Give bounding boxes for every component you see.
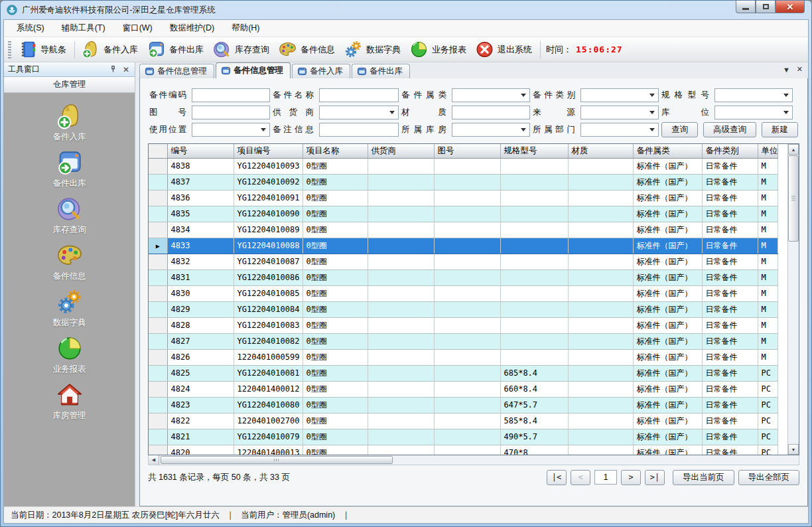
chevron-down-icon[interactable] [647, 107, 657, 118]
export-current-page-button[interactable]: 导出当前页 [673, 470, 734, 485]
scroll-up-icon[interactable]: ▲ [788, 144, 799, 155]
pin-icon[interactable] [108, 65, 117, 74]
table-row[interactable]: 4830YG122040100850型圈标准件（国产）日常备件M [149, 285, 778, 301]
toolbar-button-parts-info[interactable]: 备件信息 [275, 38, 340, 60]
remark-input[interactable] [319, 123, 399, 137]
vertical-scrollbar[interactable]: ▲ ▼ [787, 144, 799, 455]
chevron-down-icon[interactable] [647, 90, 657, 101]
chevron-down-icon[interactable] [518, 124, 529, 135]
department-select[interactable] [580, 123, 659, 137]
sidebar-item-business-report[interactable]: 业务报表 [53, 335, 86, 375]
table-row[interactable]: 482212204010027000型圈585*8.4标准件（国产）日常备件PC [149, 413, 778, 429]
horizontal-scrollbar[interactable]: ◀ [148, 455, 799, 465]
minimize-button[interactable] [736, 1, 756, 13]
table-row[interactable]: ▶4833YG122040100880型圈标准件（国产）日常备件M [149, 238, 778, 254]
table-row[interactable]: 4832YG122040100870型圈标准件（国产）日常备件M [149, 254, 778, 269]
column-header-2[interactable]: 项目名称 [303, 144, 368, 158]
toolbar-button-parts-outbound[interactable]: 备件出库 [143, 38, 209, 60]
supplier-select[interactable] [319, 106, 399, 119]
chevron-down-icon[interactable] [647, 124, 657, 135]
toolbar-button-exit-system[interactable]: 退出系统 [472, 38, 537, 60]
menu-item-aux-tools[interactable]: 辅助工具(T) [53, 20, 114, 37]
parts-code-input[interactable] [192, 88, 270, 102]
tab-parts-info-management-2[interactable]: 备件信息管理 [216, 62, 291, 78]
table-row[interactable]: 4821YG122040100790型圈490*5.7标准件（国产）日常备件PC [149, 429, 778, 445]
table-row[interactable]: 4837YG122040100920型圈标准件（国产）日常备件M [149, 174, 778, 190]
chevron-down-icon[interactable] [387, 107, 397, 118]
toolbar-button-parts-inbound[interactable]: 备件入库 [78, 38, 143, 60]
table-row[interactable]: 4827YG122040100820型圈标准件（国产）日常备件M [149, 333, 778, 349]
last-page-button[interactable]: >| [645, 470, 665, 485]
chevron-down-icon[interactable] [258, 124, 269, 135]
table-row[interactable]: 482012204014000130型圈470*8标准件（国产）日常备件PC [149, 445, 778, 455]
table-row[interactable]: 4831YG122040100860型圈标准件（国产）日常备件M [149, 269, 778, 285]
table-row[interactable]: 4838YG122040100930型圈标准件（国产）日常备件M [149, 158, 778, 174]
query-button[interactable]: 查询 [661, 122, 698, 137]
tab-parts-info-management-1[interactable]: 备件信息管理 [139, 64, 214, 78]
page-number-input[interactable] [594, 470, 617, 485]
menu-item-window[interactable]: 窗口(W) [114, 20, 161, 37]
usage-position-select[interactable] [192, 123, 270, 137]
material-field[interactable] [452, 106, 529, 119]
remark-field[interactable] [320, 123, 398, 136]
column-header-0[interactable]: 编号 [167, 144, 234, 158]
sidebar-item-parts-outbound[interactable]: 备件出库 [53, 149, 86, 189]
horizontal-scroll-thumb[interactable] [161, 456, 393, 464]
chevron-down-icon[interactable]: ▼ [783, 66, 790, 74]
tab-parts-inbound[interactable]: 备件入库 [292, 64, 350, 78]
column-header-6[interactable]: 材质 [568, 144, 633, 158]
column-header-7[interactable]: 备件属类 [633, 144, 702, 158]
toolbar-button-inventory-query[interactable]: 库存查询 [209, 38, 275, 60]
table-row[interactable]: 4834YG122040100890型圈标准件（国产）日常备件M [149, 222, 778, 238]
material-input[interactable] [452, 106, 530, 119]
table-row[interactable]: 4835YG122040100900型圈标准件（国产）日常备件M [149, 206, 778, 222]
table-row[interactable]: 4823YG122040100800型圈647*5.7标准件（国产）日常备件PC [149, 397, 778, 413]
column-header-1[interactable]: 项目编号 [234, 144, 303, 158]
parts-code-field[interactable] [192, 89, 269, 102]
chevron-down-icon[interactable] [781, 107, 791, 118]
table-row[interactable]: 4825YG122040100810型圈685*8.4标准件（国产）日常备件PC [149, 365, 778, 381]
source-select[interactable] [580, 106, 659, 119]
close-panel-icon[interactable]: ✕ [121, 65, 131, 74]
parts-attr-select[interactable] [452, 88, 530, 102]
parts-category-select[interactable] [580, 88, 659, 102]
advanced-query-button[interactable]: 高级查询 [703, 122, 756, 137]
close-tab-icon[interactable]: ✕ [797, 65, 803, 74]
scroll-down-icon[interactable]: ▼ [788, 444, 799, 455]
sidebar-item-data-dictionary[interactable]: 数据字典 [53, 288, 86, 329]
toolbar-button-nav-bar[interactable]: 导航条 [15, 38, 72, 60]
toolbar-grip[interactable] [8, 41, 11, 58]
drawing-no-input[interactable] [192, 106, 270, 119]
drawing-no-field[interactable] [192, 106, 269, 119]
table-row[interactable]: 482412204014000120型圈660*8.4标准件（国产）日常备件PC [149, 381, 778, 397]
chevron-down-icon[interactable] [518, 90, 529, 101]
export-all-pages-button[interactable]: 导出全部页 [738, 470, 800, 485]
table-row[interactable]: 482612204010005990型圈标准件（国产）日常备件M [149, 349, 778, 365]
sidebar-item-parts-info[interactable]: 备件信息 [53, 242, 86, 282]
parts-name-input[interactable] [319, 88, 399, 102]
sidebar-item-warehouse-management[interactable]: 库房管理 [53, 381, 86, 421]
new-button[interactable]: 新建 [762, 122, 798, 137]
restore-button[interactable] [756, 1, 776, 13]
menu-item-system[interactable]: 系统(S) [8, 20, 53, 37]
sidebar-item-inventory-query[interactable]: 库存查询 [53, 195, 86, 236]
tab-parts-outbound[interactable]: 备件出库 [352, 64, 410, 78]
menu-item-data-maintenance[interactable]: 数据维护(D) [161, 20, 223, 37]
sidebar-item-parts-inbound[interactable]: 备件入库 [53, 102, 86, 143]
vertical-scroll-thumb[interactable] [788, 155, 799, 242]
prev-page-button[interactable]: < [571, 470, 590, 485]
chevron-down-icon[interactable] [781, 90, 791, 101]
parts-name-field[interactable] [320, 89, 398, 102]
toolbar-button-data-dictionary[interactable]: 数据字典 [340, 38, 406, 60]
close-button[interactable]: ✕ [776, 1, 805, 13]
column-header-9[interactable]: 单位 [758, 144, 778, 158]
column-header-8[interactable]: 备件类别 [702, 144, 758, 158]
table-row[interactable]: 4836YG122040100910型圈标准件（国产）日常备件M [149, 190, 778, 206]
warehouse-select[interactable] [452, 123, 530, 137]
column-header-5[interactable]: 规格型号 [500, 144, 568, 158]
menu-item-help[interactable]: 帮助(H) [223, 20, 268, 37]
column-header-3[interactable]: 供货商 [368, 144, 434, 158]
column-header-4[interactable]: 图号 [434, 144, 500, 158]
table-row[interactable]: 4828YG122040100830型圈标准件（国产）日常备件M [149, 317, 778, 333]
next-page-button[interactable]: > [621, 470, 641, 485]
